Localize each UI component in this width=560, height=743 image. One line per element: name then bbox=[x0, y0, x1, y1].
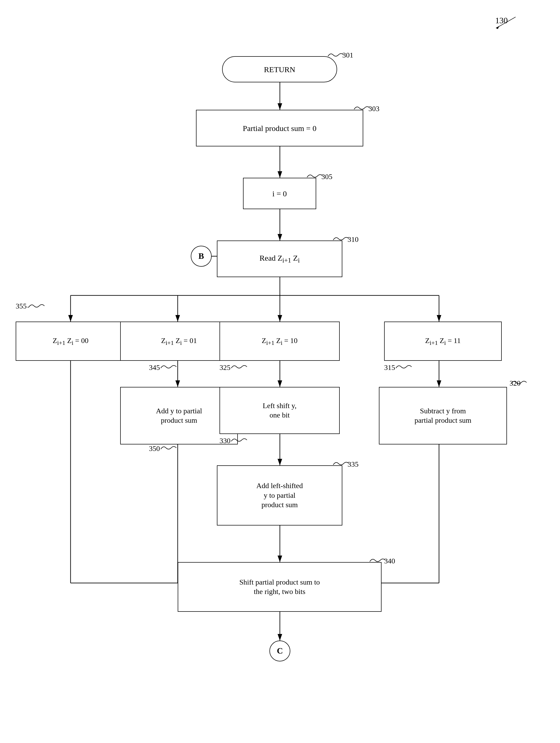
wavy-325 bbox=[230, 363, 251, 371]
label-130-arrow-svg bbox=[489, 14, 521, 30]
wavy-305 bbox=[306, 172, 327, 180]
ref-330: 330 bbox=[220, 437, 231, 445]
wavy-345 bbox=[159, 363, 180, 371]
svg-marker-1 bbox=[496, 26, 499, 29]
wavy-330 bbox=[230, 436, 251, 444]
node-add-left-shifted: Add left-shifted y to partial product su… bbox=[217, 465, 342, 525]
node-shift-right: Shift partial product sum to the right, … bbox=[178, 562, 381, 612]
node-z10: Zi+1 Zi = 10 bbox=[220, 321, 340, 361]
node-left-shift: Left shift y, one bit bbox=[220, 387, 340, 434]
wavy-301 bbox=[327, 51, 347, 59]
wavy-320 bbox=[510, 379, 530, 386]
ref-350: 350 bbox=[149, 444, 160, 453]
ref-325: 325 bbox=[220, 363, 231, 372]
node-z00: Zi+1 Zi = 00 bbox=[16, 321, 126, 361]
node-z11: Zi+1 Zi = 11 bbox=[384, 321, 502, 361]
flowchart-diagram: 130 bbox=[0, 0, 560, 743]
wavy-340 bbox=[368, 556, 389, 564]
ref-355: 355 bbox=[16, 302, 27, 310]
ref-315: 315 bbox=[384, 363, 395, 372]
ref-345: 345 bbox=[149, 363, 160, 372]
svg-line-0 bbox=[497, 17, 516, 28]
wavy-335 bbox=[332, 460, 353, 468]
node-read-z: Read Zi+1 Zi bbox=[217, 241, 342, 277]
wavy-310 bbox=[332, 235, 353, 243]
node-b-circle: B bbox=[191, 246, 212, 267]
wavy-315 bbox=[394, 363, 416, 371]
node-partial-sum-init: Partial product sum = 0 bbox=[196, 110, 363, 146]
wavy-303 bbox=[353, 104, 374, 112]
node-subtract-y: Subtract y from partial product sum bbox=[379, 387, 507, 444]
node-i-init: i = 0 bbox=[243, 178, 316, 209]
node-return: RETURN bbox=[222, 56, 337, 82]
wavy-355 bbox=[28, 302, 48, 310]
node-c-circle: C bbox=[269, 641, 290, 661]
wavy-350 bbox=[159, 444, 180, 452]
